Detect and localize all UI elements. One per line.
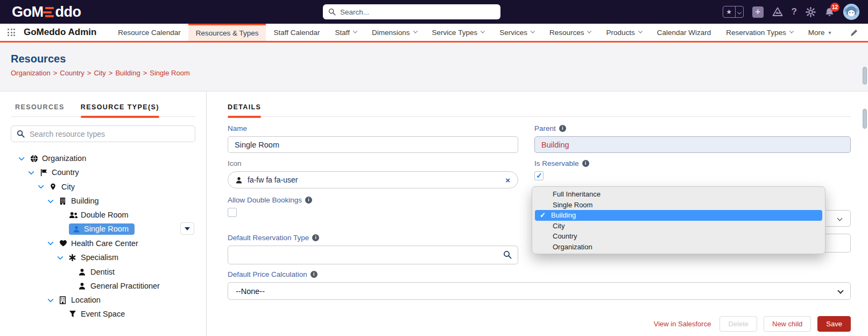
info-icon[interactable]: i	[312, 234, 319, 241]
allow-double-bookings-checkbox[interactable]	[228, 208, 237, 217]
tree-collapse-chevron-icon[interactable]	[28, 171, 40, 174]
gomeddo-logo[interactable]: GoM ddo	[12, 4, 81, 20]
notification-badge: 12	[830, 3, 839, 12]
dropdown-option-full-inheritance[interactable]: Full Inheritance	[532, 189, 825, 200]
chevron-down-icon	[353, 29, 357, 33]
breadcrumb-organization[interactable]: Organization	[11, 69, 51, 77]
new-child-button[interactable]: New child	[764, 316, 811, 332]
dropdown-option-organization[interactable]: Organization	[532, 242, 825, 253]
dropdown-option-country[interactable]: Country	[532, 231, 825, 242]
tree-collapse-chevron-icon[interactable]	[47, 299, 59, 302]
tab-resources-and-types[interactable]: Resources & Types	[188, 24, 266, 41]
icon-input[interactable]: fa-fw fa fa-user ×	[228, 171, 518, 188]
search-icon[interactable]	[503, 250, 512, 259]
building-outline-icon	[59, 296, 71, 304]
tree-item-selected-pill[interactable]: Single Room	[69, 223, 135, 235]
default-price-calculation-select[interactable]: --None--	[228, 282, 851, 300]
delete-button[interactable]: Delete	[719, 316, 757, 332]
tab-staff-calendar[interactable]: Staff Calendar	[266, 24, 327, 41]
tree-item-country[interactable]: Country	[11, 165, 195, 179]
tab-services[interactable]: Services	[492, 24, 542, 41]
global-search-input[interactable]	[340, 8, 495, 16]
scrollbar-thumb[interactable]	[863, 109, 867, 129]
tree-collapse-chevron-icon[interactable]	[47, 200, 59, 202]
check-icon: ✓	[540, 210, 551, 221]
notifications-control[interactable]: 12	[824, 7, 835, 17]
global-search[interactable]	[323, 4, 500, 19]
star-icon[interactable]: ★	[723, 6, 735, 17]
page-title: Resources	[11, 53, 868, 65]
tab-details[interactable]: DETAILS	[228, 103, 261, 116]
app-launcher-waffle-icon[interactable]	[8, 29, 15, 36]
tab-products[interactable]: Products	[598, 24, 649, 41]
dropdown-option-city[interactable]: City	[532, 221, 825, 232]
tab-calendar-wizard[interactable]: Calendar Wizard	[650, 24, 719, 41]
default-reservation-type-label: Default Reservation Typei	[228, 234, 518, 242]
global-actions-icon[interactable]: +	[752, 6, 764, 18]
edit-pencil-icon[interactable]	[850, 29, 858, 37]
tree-collapse-chevron-icon[interactable]	[57, 256, 69, 259]
chevron-down-icon	[638, 29, 642, 33]
header-utility-icons: ★ + ? 12	[723, 0, 859, 24]
tab-reservation-types[interactable]: Reservation Types	[718, 24, 801, 41]
tree-item-dentist[interactable]: Dentist	[11, 264, 195, 278]
tree-item-city[interactable]: City	[11, 180, 195, 194]
tree-item-organization[interactable]: Organization	[11, 151, 195, 165]
is-reservable-label: Is Reservablei	[534, 159, 851, 167]
favorites-control[interactable]: ★	[723, 6, 744, 18]
tab-more[interactable]: More▾	[801, 24, 839, 41]
tree-item-location[interactable]: Location	[11, 293, 195, 307]
info-icon[interactable]: i	[305, 197, 312, 204]
dropdown-option-single-room[interactable]: Single Room	[532, 200, 825, 211]
global-header: GoM ddo ★ + ?	[0, 0, 868, 24]
breadcrumb-single-room[interactable]: Single Room	[150, 69, 189, 77]
tree-collapse-chevron-icon[interactable]	[47, 242, 59, 244]
clear-icon-button[interactable]: ×	[505, 176, 510, 185]
info-icon[interactable]: i	[559, 125, 566, 132]
breadcrumb-country[interactable]: Country	[60, 69, 84, 77]
dropdown-option-building-selected[interactable]: ✓ Building	[535, 210, 822, 221]
logo-text-left: GoM	[12, 4, 44, 20]
setup-gear-icon[interactable]	[806, 7, 816, 17]
tab-service-types[interactable]: Service Types	[425, 24, 492, 41]
funnel-icon	[69, 310, 81, 318]
tree-item-building[interactable]: Building	[11, 194, 195, 208]
help-icon[interactable]: ?	[792, 6, 797, 17]
chevron-down-icon	[587, 29, 591, 33]
tab-resources[interactable]: Resources	[542, 24, 599, 41]
flag-icon	[40, 169, 52, 177]
tree-item-double-room[interactable]: Double Room	[11, 208, 195, 222]
trailhead-icon[interactable]	[772, 7, 783, 17]
is-reservable-checkbox[interactable]	[534, 171, 544, 180]
user-icon	[236, 177, 242, 184]
tree-item-menu-button[interactable]	[180, 222, 194, 235]
info-icon[interactable]: i	[582, 160, 589, 167]
tree-collapse-chevron-icon[interactable]	[18, 157, 30, 160]
resource-type-search-input[interactable]	[30, 130, 189, 138]
save-button[interactable]: Save	[817, 316, 851, 332]
tree-item-specialism[interactable]: Specialism	[11, 250, 195, 264]
tree-item-general-practitioner[interactable]: General Practitioner	[11, 279, 195, 293]
tab-resource-types[interactable]: RESOURCE TYPE(S)	[81, 103, 159, 116]
breadcrumb-city[interactable]: City	[94, 69, 105, 77]
favorites-caret-icon[interactable]	[735, 6, 743, 17]
default-reservation-type-input[interactable]	[228, 246, 518, 264]
scrollbar-thumb[interactable]	[863, 67, 867, 85]
app-name: GoMeddo Admin	[24, 27, 96, 38]
tab-staff[interactable]: Staff	[328, 24, 365, 41]
tree-item-health-care-center[interactable]: Health Care Center	[11, 236, 195, 250]
resource-type-search[interactable]	[11, 125, 195, 142]
user-avatar[interactable]	[843, 4, 859, 20]
tab-resource-calendar[interactable]: Resource Calendar	[110, 24, 188, 41]
info-icon[interactable]: i	[310, 271, 317, 278]
tab-resources-list[interactable]: RESOURCES	[15, 103, 65, 116]
breadcrumb-building[interactable]: Building	[115, 69, 140, 77]
tree-item-event-space[interactable]: Event Space	[11, 307, 195, 321]
view-in-salesforce-link[interactable]: View in Salesforce	[654, 320, 711, 328]
tree-collapse-chevron-icon[interactable]	[38, 185, 50, 188]
tab-dimensions[interactable]: Dimensions	[364, 24, 425, 41]
name-input[interactable]	[228, 136, 518, 153]
chevron-down-icon	[837, 288, 843, 293]
asterisk-icon	[69, 254, 81, 261]
tree-item-single-room[interactable]: Single Room	[11, 222, 195, 236]
